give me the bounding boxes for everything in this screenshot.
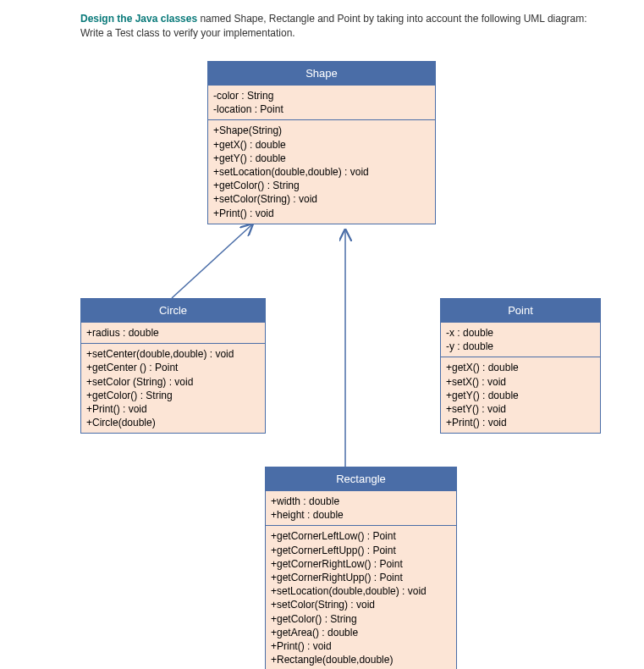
uml-fields-circle: +radius : double: [81, 322, 265, 343]
uml-methods-point: +getX() : double+setX() : void+getY() : …: [441, 357, 600, 433]
uml-methods-shape: +Shape(String)+getX() : double+getY() : …: [208, 119, 435, 223]
svg-line-0: [172, 225, 251, 298]
prompt-bold: Design the Java classes: [80, 13, 197, 25]
uml-header-shape: Shape: [208, 62, 435, 85]
uml-fields-rectangle: +width : double+height : double: [266, 490, 456, 525]
uml-header-point: Point: [441, 299, 600, 322]
uml-methods-rectangle: +getCornerLeftLow() : Point+getCornerLef…: [266, 525, 456, 669]
uml-header-rectangle: Rectangle: [266, 467, 456, 490]
question-prompt: Design the Java classes named Shape, Rec…: [0, 8, 644, 58]
uml-class-circle: Circle +radius : double +setCenter(doubl…: [80, 298, 266, 434]
uml-fields-point: -x : double-y : double: [441, 322, 600, 357]
uml-class-point: Point -x : double-y : double +getX() : d…: [440, 298, 601, 434]
uml-class-shape: Shape -color : String-location : Point +…: [207, 61, 436, 224]
uml-header-circle: Circle: [81, 299, 265, 322]
uml-fields-shape: -color : String-location : Point: [208, 85, 435, 119]
uml-methods-circle: +setCenter(double,double) : void+getCent…: [81, 343, 265, 433]
uml-class-rectangle: Rectangle +width : double+height : doubl…: [265, 467, 457, 669]
